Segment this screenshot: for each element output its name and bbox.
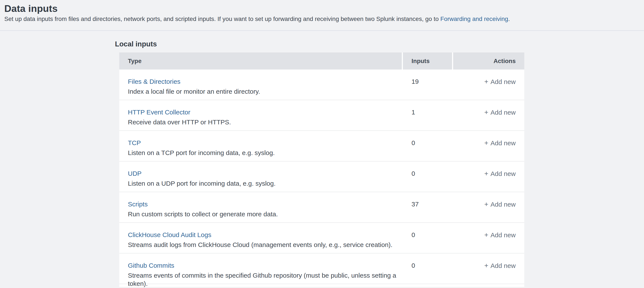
type-cell: Scripts Run custom scripts to collect or…: [119, 192, 403, 222]
inputs-count: 0: [403, 253, 452, 288]
actions-cell: +Add new: [452, 253, 524, 288]
type-cell: TCP Listen on a TCP port for incoming da…: [119, 131, 403, 161]
content-area: Local inputs Type Inputs Actions Files &…: [0, 31, 644, 287]
table-row: TCP Listen on a TCP port for incoming da…: [119, 131, 524, 161]
input-type-link[interactable]: ClickHouse Cloud Audit Logs: [128, 231, 211, 239]
inputs-count: 0: [403, 223, 452, 253]
input-type-description: Streams events of commits in the specifi…: [128, 271, 398, 288]
input-type-link[interactable]: Files & Directories: [128, 78, 180, 86]
column-header-actions: Actions: [453, 53, 524, 70]
actions-cell: +Add new: [452, 70, 524, 100]
actions-cell: +Add new: [452, 223, 524, 253]
table-row: Scripts Run custom scripts to collect or…: [119, 192, 524, 223]
type-cell: Github Commits Streams events of commits…: [119, 253, 403, 288]
input-type-description: Listen on a UDP port for incoming data, …: [128, 179, 398, 188]
plus-icon: +: [484, 200, 488, 208]
plus-icon: +: [484, 231, 488, 239]
input-type-description: Index a local file or monitor an entire …: [128, 87, 398, 96]
table-row: UDP Listen on a UDP port for incoming da…: [119, 161, 524, 192]
add-new-label: Add new: [490, 78, 516, 85]
actions-cell: +Add new: [452, 100, 524, 130]
input-type-link[interactable]: Github Commits: [128, 261, 174, 270]
plus-icon: +: [484, 108, 488, 116]
page-description-period: .: [508, 16, 510, 22]
table-body: Files & Directories Index a local file o…: [119, 70, 524, 284]
table-row: Github Commits Streams events of commits…: [119, 253, 524, 284]
plus-icon: +: [484, 262, 488, 269]
add-new-label: Add new: [490, 170, 516, 177]
table-row: Files & Directories Index a local file o…: [119, 70, 524, 100]
add-new-button[interactable]: +Add new: [484, 78, 516, 86]
actions-cell: +Add new: [452, 131, 524, 161]
inputs-count: 37: [403, 192, 452, 222]
add-new-button[interactable]: +Add new: [484, 231, 516, 239]
add-new-label: Add new: [490, 262, 516, 269]
input-type-link[interactable]: Scripts: [128, 200, 148, 208]
input-type-link[interactable]: HTTP Event Collector: [128, 108, 190, 116]
page-header: Data inputs Set up data inputs from file…: [0, 0, 644, 31]
inputs-count: 1: [403, 100, 452, 130]
table-row: ClickHouse Cloud Audit Logs Streams audi…: [119, 223, 524, 253]
type-cell: UDP Listen on a UDP port for incoming da…: [119, 161, 403, 192]
plus-icon: +: [484, 170, 488, 177]
input-type-description: Run custom scripts to collect or generat…: [128, 210, 398, 218]
inputs-count: 0: [403, 161, 452, 192]
table-row: HTTP Event Collector Receive data over H…: [119, 100, 524, 131]
plus-icon: +: [484, 78, 488, 86]
add-new-button[interactable]: +Add new: [484, 108, 516, 117]
type-cell: Files & Directories Index a local file o…: [119, 70, 403, 100]
add-new-button[interactable]: +Add new: [484, 200, 516, 208]
table-header-row: Type Inputs Actions: [119, 53, 524, 70]
type-cell: ClickHouse Cloud Audit Logs Streams audi…: [119, 223, 403, 253]
page-description: Set up data inputs from files and direct…: [4, 15, 639, 23]
local-inputs-heading: Local inputs: [115, 40, 644, 48]
actions-cell: +Add new: [452, 161, 524, 192]
page-description-text: Set up data inputs from files and direct…: [4, 16, 440, 22]
forwarding-and-receiving-link[interactable]: Forwarding and receiving: [440, 16, 508, 22]
type-cell: HTTP Event Collector Receive data over H…: [119, 100, 403, 130]
add-new-label: Add new: [490, 201, 516, 208]
add-new-button[interactable]: +Add new: [484, 261, 516, 270]
plus-icon: +: [484, 139, 488, 147]
add-new-label: Add new: [490, 109, 516, 116]
input-type-description: Listen on a TCP port for incoming data, …: [128, 149, 398, 157]
add-new-label: Add new: [490, 231, 516, 238]
actions-cell: +Add new: [452, 192, 524, 222]
data-inputs-table: Type Inputs Actions Files & Directories …: [119, 53, 524, 287]
column-header-inputs: Inputs: [403, 53, 452, 70]
add-new-button[interactable]: +Add new: [484, 139, 516, 147]
inputs-count: 19: [403, 70, 452, 100]
page-title: Data inputs: [4, 3, 639, 14]
input-type-link[interactable]: TCP: [128, 139, 141, 147]
add-new-label: Add new: [490, 139, 516, 147]
column-header-type: Type: [119, 53, 402, 70]
input-type-link[interactable]: UDP: [128, 169, 142, 178]
add-new-button[interactable]: +Add new: [484, 169, 516, 178]
input-type-description: Receive data over HTTP or HTTPS.: [128, 118, 398, 126]
inputs-count: 0: [403, 131, 452, 161]
input-type-description: Streams audit logs from ClickHouse Cloud…: [128, 241, 398, 249]
